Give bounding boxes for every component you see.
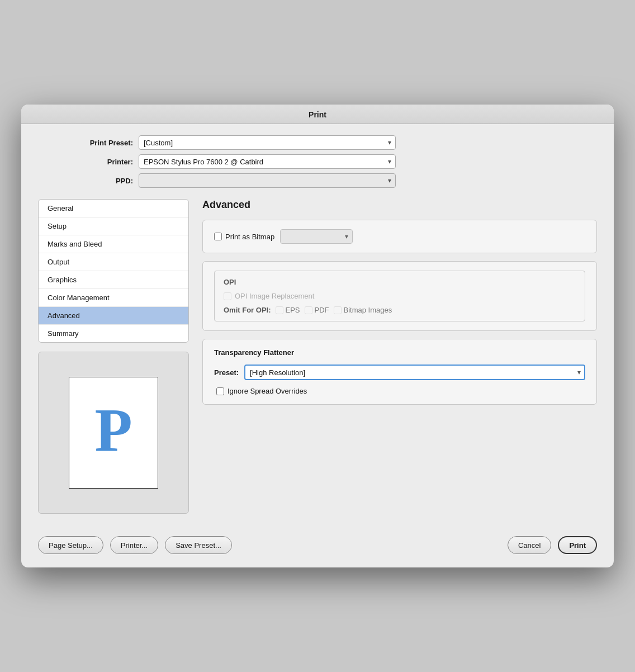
print-as-bitmap-label: Print as Bitmap: [225, 233, 274, 241]
sidebar-item-color-management[interactable]: Color Management: [39, 289, 188, 307]
sidebar-item-output[interactable]: Output: [39, 253, 188, 271]
sidebar: General Setup Marks and Bleed Output Gra…: [38, 199, 189, 514]
preview-inner: P: [69, 377, 158, 489]
section-title: Advanced: [202, 199, 597, 211]
tf-legend: Transparency Flattener: [214, 348, 585, 357]
ppd-select[interactable]: [139, 173, 396, 188]
preview-box: P: [38, 352, 189, 514]
print-button[interactable]: Print: [558, 536, 597, 554]
omit-pdf-item: PDF: [305, 306, 329, 314]
print-bitmap-row: Print as Bitmap: [214, 229, 585, 244]
page-setup-button[interactable]: Page Setup...: [38, 536, 103, 554]
ppd-label: PPD:: [72, 177, 133, 185]
print-preset-select[interactable]: [Custom]: [139, 135, 396, 150]
omit-eps-item: EPS: [276, 306, 300, 314]
sidebar-item-summary[interactable]: Summary: [39, 325, 188, 342]
sidebar-item-graphics[interactable]: Graphics: [39, 271, 188, 289]
sidebar-nav: General Setup Marks and Bleed Output Gra…: [38, 199, 189, 343]
printer-select-wrapper[interactable]: EPSON Stylus Pro 7600 2 @ Catbird: [139, 154, 396, 169]
print-bitmap-card: Print as Bitmap: [202, 220, 597, 253]
tf-preset-select[interactable]: [High Resolution][Medium Resolution][Low…: [244, 365, 585, 380]
omit-eps-label: EPS: [286, 306, 300, 314]
dialog-body: Print Preset: [Custom] Printer: EPSON St…: [21, 124, 614, 525]
transparency-flattener-card: Transparency Flattener Preset: [High Res…: [202, 339, 597, 405]
sidebar-item-marks-and-bleed[interactable]: Marks and Bleed: [39, 235, 188, 253]
print-bitmap-checkbox-wrapper[interactable]: Print as Bitmap: [214, 233, 274, 241]
opi-image-replacement-label: OPI Image Replacement: [235, 292, 314, 300]
omit-for-opi-label: Omit For OPI:: [224, 306, 271, 314]
cancel-button[interactable]: Cancel: [508, 536, 551, 554]
sidebar-item-general[interactable]: General: [39, 200, 188, 217]
ignore-spread-overrides-label: Ignore Spread Overrides: [228, 387, 307, 395]
print-preset-select-wrapper[interactable]: [Custom]: [139, 135, 396, 150]
tf-preset-row: Preset: [High Resolution][Medium Resolut…: [214, 365, 585, 380]
printer-row: Printer: EPSON Stylus Pro 7600 2 @ Catbi…: [72, 154, 597, 169]
omit-bitmap-label: Bitmap Images: [344, 306, 392, 314]
content-panel: Advanced Print as Bitmap: [189, 199, 597, 514]
ppd-select-wrapper[interactable]: [139, 173, 396, 188]
top-fields: Print Preset: [Custom] Printer: EPSON St…: [38, 135, 597, 188]
opi-card: OPI OPI Image Replacement Omit For OPI: …: [202, 261, 597, 331]
dialog-title: Print: [309, 110, 326, 119]
omit-eps-checkbox[interactable]: [276, 306, 283, 314]
opi-section: OPI OPI Image Replacement Omit For OPI: …: [214, 271, 585, 321]
title-bar: Print: [21, 105, 614, 124]
omit-bitmap-item: Bitmap Images: [334, 306, 392, 314]
main-content: General Setup Marks and Bleed Output Gra…: [38, 199, 597, 514]
omit-pdf-checkbox[interactable]: [305, 306, 312, 314]
sidebar-item-advanced[interactable]: Advanced: [39, 307, 188, 325]
ppd-row: PPD:: [72, 173, 597, 188]
print-preset-row: Print Preset: [Custom]: [72, 135, 597, 150]
preview-p-letter: P: [94, 399, 132, 461]
omit-bitmap-checkbox[interactable]: [334, 306, 342, 314]
opi-image-replacement-row: OPI Image Replacement: [224, 292, 576, 300]
printer-select[interactable]: EPSON Stylus Pro 7600 2 @ Catbird: [139, 154, 396, 169]
tf-preset-label: Preset:: [214, 368, 239, 377]
sidebar-item-setup[interactable]: Setup: [39, 217, 188, 235]
print-preset-label: Print Preset:: [72, 139, 133, 147]
print-dialog: Print Print Preset: [Custom] Printer: EP…: [21, 105, 614, 567]
bitmap-dropdown[interactable]: [280, 229, 353, 244]
printer-label: Printer:: [72, 158, 133, 166]
omit-pdf-label: PDF: [315, 306, 329, 314]
print-as-bitmap-checkbox[interactable]: [214, 233, 222, 240]
save-preset-button[interactable]: Save Preset...: [165, 536, 232, 554]
tf-select-wrapper[interactable]: [High Resolution][Medium Resolution][Low…: [244, 365, 585, 380]
omit-for-opi-row: Omit For OPI: EPS PDF Bitm: [224, 306, 576, 314]
bottom-bar: Page Setup... Printer... Save Preset... …: [21, 525, 614, 567]
printer-button[interactable]: Printer...: [110, 536, 158, 554]
ignore-spread-overrides-row: Ignore Spread Overrides: [216, 387, 585, 395]
opi-legend: OPI: [224, 278, 576, 286]
ignore-spread-overrides-checkbox[interactable]: [216, 387, 224, 395]
bitmap-dropdown-wrapper[interactable]: [280, 229, 353, 244]
opi-image-replacement-checkbox[interactable]: [224, 292, 231, 300]
